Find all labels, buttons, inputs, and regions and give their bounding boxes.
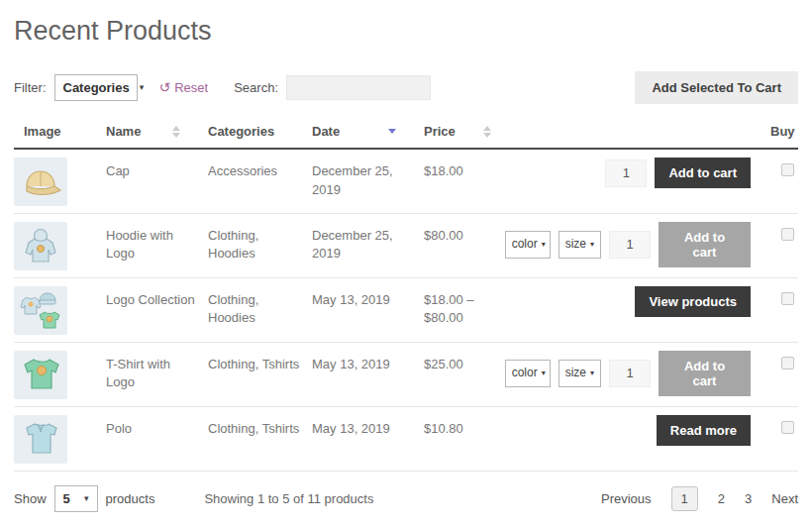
reset-label: Reset xyxy=(174,80,208,95)
buy-checkbox[interactable] xyxy=(781,228,794,241)
search-label: Search: xyxy=(234,80,278,95)
product-name[interactable]: Logo Collection xyxy=(96,277,198,342)
sort-icon xyxy=(483,126,491,138)
header-buy: Buy xyxy=(761,116,798,149)
chevron-down-icon: ▾ xyxy=(84,493,89,503)
table-row: Logo Collection Clothing, Hoodies May 13… xyxy=(14,277,798,342)
product-date: December 25, 2019 xyxy=(302,149,414,213)
product-name[interactable]: Cap xyxy=(96,149,198,213)
page-size-select[interactable]: 5 ▾ xyxy=(54,485,98,512)
filter-select[interactable]: Categories ▾ xyxy=(54,74,138,101)
chevron-down-icon: ▾ xyxy=(542,239,546,251)
add-selected-to-cart-button[interactable]: Add Selected To Cart xyxy=(635,71,798,104)
product-date: May 13, 2019 xyxy=(302,406,414,471)
pagination: Previous 1 2 3 Next xyxy=(601,486,798,511)
table-header-row: Image Name Categories Date Price xyxy=(14,116,798,149)
read-more-button[interactable]: Read more xyxy=(657,415,751,446)
table-row: Cap Accessories December 25, 2019 $18.00… xyxy=(14,149,798,213)
buy-checkbox[interactable] xyxy=(781,357,794,369)
color-select[interactable]: color▾ xyxy=(505,360,551,387)
reset-button[interactable]: ↺ Reset xyxy=(159,79,209,95)
buy-checkbox[interactable] xyxy=(781,163,794,176)
product-date: December 25, 2019 xyxy=(302,213,414,277)
pagination-page-1[interactable]: 1 xyxy=(671,486,698,511)
table-row: Polo Clothing, Tshirts May 13, 2019 $10.… xyxy=(14,406,798,471)
product-image-tshirt xyxy=(14,351,67,399)
quantity-input[interactable] xyxy=(609,231,651,259)
product-image-cap xyxy=(14,158,67,206)
header-name[interactable]: Name xyxy=(96,116,198,149)
buy-checkbox[interactable] xyxy=(781,292,794,305)
product-name[interactable]: Polo xyxy=(96,406,198,471)
sort-icon xyxy=(172,126,180,138)
product-image-logo-collection xyxy=(14,286,67,335)
table-row: T-Shirt with Logo Clothing, Tshirts May … xyxy=(14,342,798,406)
header-image: Image xyxy=(14,116,96,149)
results-summary: Showing 1 to 5 of 11 products xyxy=(204,491,373,506)
header-date[interactable]: Date xyxy=(302,116,414,149)
product-price: $18.00 – $80.00 xyxy=(414,277,509,342)
recent-products-page: Recent Products Filter: Categories ▾ ↺ R… xyxy=(0,16,812,518)
sort-descending-icon xyxy=(388,129,396,134)
product-image-polo xyxy=(14,415,67,464)
product-price: $25.00 xyxy=(414,342,509,406)
header-price[interactable]: Price xyxy=(414,116,509,149)
size-select[interactable]: size▾ xyxy=(558,231,601,259)
product-name[interactable]: T-Shirt with Logo xyxy=(96,342,198,406)
table-footer: Show 5 ▾ products Showing 1 to 5 of 11 p… xyxy=(14,479,798,518)
quantity-input[interactable] xyxy=(605,159,647,187)
toolbar: Filter: Categories ▾ ↺ Reset Search: Add… xyxy=(14,72,798,102)
product-name[interactable]: Hoodie with Logo xyxy=(96,213,198,277)
product-categories: Clothing, Tshirts xyxy=(198,406,302,471)
show-label: Show xyxy=(14,491,47,506)
product-categories: Clothing, Tshirts xyxy=(198,342,302,406)
filter-label: Filter: xyxy=(14,80,47,95)
pagination-page-3[interactable]: 3 xyxy=(745,491,752,506)
pagination-previous[interactable]: Previous xyxy=(601,491,652,506)
add-to-cart-button[interactable]: Add to cart xyxy=(655,158,751,188)
chevron-down-icon: ▾ xyxy=(590,368,594,379)
product-date: May 13, 2019 xyxy=(302,342,414,406)
pagination-next[interactable]: Next xyxy=(771,491,798,506)
page-title: Recent Products xyxy=(14,16,798,47)
chevron-down-icon: ▾ xyxy=(140,82,145,92)
product-categories: Clothing, Hoodies xyxy=(198,213,302,277)
product-price: $10.80 xyxy=(414,406,509,471)
add-to-cart-button-disabled[interactable]: Add to cart xyxy=(659,351,751,396)
products-table: Image Name Categories Date Price xyxy=(14,116,798,472)
product-price: $18.00 xyxy=(414,149,509,213)
color-select[interactable]: color▾ xyxy=(505,231,551,259)
add-to-cart-button-disabled[interactable]: Add to cart xyxy=(659,222,751,267)
header-controls xyxy=(509,116,761,149)
product-date: May 13, 2019 xyxy=(302,277,414,342)
product-image-hoodie xyxy=(14,222,67,270)
reset-icon: ↺ xyxy=(159,79,171,95)
size-select[interactable]: size▾ xyxy=(558,360,601,387)
view-products-button[interactable]: View products xyxy=(635,286,751,317)
filter-select-value: Categories xyxy=(63,80,130,95)
product-categories: Clothing, Hoodies xyxy=(198,277,302,342)
table-row: Hoodie with Logo Clothing, Hoodies Decem… xyxy=(14,213,798,277)
quantity-input[interactable] xyxy=(609,360,651,387)
product-price: $80.00 xyxy=(414,213,509,277)
header-categories: Categories xyxy=(198,116,302,149)
search-group: Search: xyxy=(234,75,431,100)
page-size-value: 5 xyxy=(63,491,70,506)
search-input[interactable] xyxy=(286,75,431,100)
chevron-down-icon: ▾ xyxy=(542,368,546,379)
product-categories: Accessories xyxy=(198,149,302,213)
pagination-page-2[interactable]: 2 xyxy=(718,491,725,506)
chevron-down-icon: ▾ xyxy=(590,239,594,251)
buy-checkbox[interactable] xyxy=(781,421,794,434)
products-label: products xyxy=(106,491,155,506)
